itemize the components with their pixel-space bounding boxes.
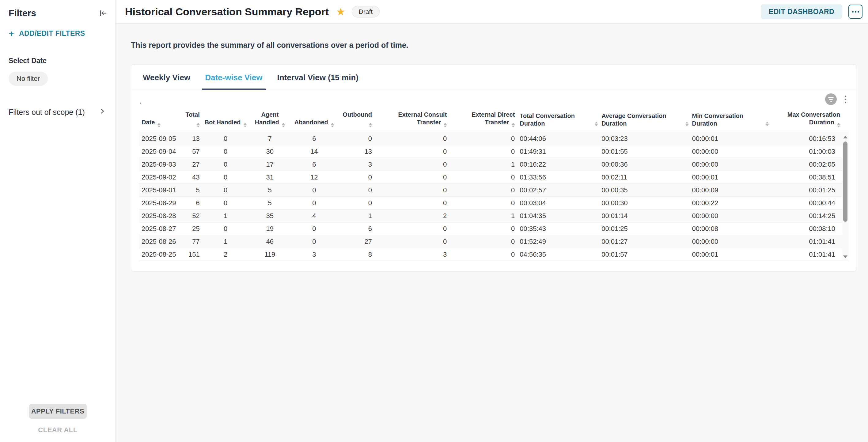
more-options-button[interactable] [848, 5, 863, 19]
column-header-label: External Direct Transfer [471, 111, 515, 126]
table-row: 2025-08-2725019060000:35:4300:01:2500:00… [139, 222, 849, 235]
table-cell: 57 [183, 145, 202, 158]
scrollbar-thumb[interactable] [843, 141, 847, 222]
table-cell: 7 [249, 132, 290, 145]
table-cell: 00:01:57 [599, 248, 689, 261]
column-header-agent-handled[interactable]: Agent Handled [249, 108, 290, 132]
table-cell: 1 [338, 210, 374, 222]
sort-icon[interactable] [157, 123, 160, 127]
sort-icon[interactable] [369, 123, 372, 127]
sort-icon[interactable] [244, 123, 247, 127]
table-cell: 00:01:55 [599, 145, 689, 158]
column-header-date[interactable]: Date [139, 108, 183, 132]
filters-out-of-scope-row[interactable]: Filters out of scope (1) [8, 107, 107, 117]
table-cell: 00:16:22 [517, 158, 599, 171]
table-header-row: DateTotalBot HandledAgent HandledAbandon… [139, 108, 849, 132]
table-cell: 0 [449, 184, 517, 197]
sort-icon[interactable] [331, 123, 334, 127]
table-cell: 00:02:11 [599, 171, 689, 184]
table-menu-kebab-icon[interactable] [843, 94, 847, 104]
sort-icon[interactable] [595, 122, 598, 126]
scroll-up-arrow-icon[interactable] [843, 136, 847, 138]
table-cell: 46 [249, 235, 290, 248]
column-header-external-consult-transfer[interactable]: External Consult Transfer [374, 108, 449, 132]
scroll-down-arrow-icon[interactable] [843, 255, 847, 258]
table-cell: 2025-09-01 [139, 184, 183, 197]
page-title: Historical Conversation Summary Report [125, 6, 329, 18]
table-row: 2025-09-0327017630100:16:2200:00:3600:00… [139, 158, 849, 171]
column-header-abandoned[interactable]: Abandoned [291, 108, 338, 132]
table-cell: 27 [338, 235, 374, 248]
table-cell: 8 [338, 248, 374, 261]
tab-interval-view-15-min[interactable]: Interval View (15 min) [274, 65, 362, 90]
table-cell: 00:00:00 [690, 235, 770, 248]
sort-icon[interactable] [837, 123, 840, 127]
table-cell: 00:00:08 [690, 222, 770, 235]
add-edit-filters-button[interactable]: + ADD/EDIT FILTERS [8, 29, 107, 38]
table-cell: 13 [338, 145, 374, 158]
table-cell: 77 [183, 235, 202, 248]
table-cell: 6 [183, 197, 202, 210]
favorite-star-icon[interactable]: ★ [336, 6, 345, 17]
column-header-total-conversation-duration[interactable]: Total Conversation Duration [517, 108, 599, 132]
column-header-max-conversation-duration[interactable]: Max Conversation Duration [770, 108, 849, 132]
sort-icon[interactable] [444, 123, 447, 127]
table-cell: 2025-09-03 [139, 158, 183, 171]
table-cell: 35 [249, 210, 290, 222]
table-cell: 00:35:43 [517, 222, 599, 235]
table-row: 2025-08-29605000000:03:0400:00:3000:00:2… [139, 197, 849, 210]
clear-all-button[interactable]: CLEAR ALL [38, 426, 77, 434]
table-cell: 0 [202, 171, 249, 184]
column-header-average-conversation-duration[interactable]: Average Conversation Duration [599, 108, 689, 132]
report-card: Weekly ViewDate-wise ViewInterval View (… [131, 64, 857, 272]
edit-dashboard-button[interactable]: EDIT DASHBOARD [761, 4, 842, 19]
table-cell: 3 [374, 248, 449, 261]
sort-icon[interactable] [685, 122, 688, 126]
table-cell: 0 [374, 132, 449, 145]
table-container: DateTotalBot HandledAgent HandledAbandon… [139, 108, 849, 261]
column-header-total[interactable]: Total [183, 108, 202, 132]
column-header-outbound[interactable]: Outbound [338, 108, 374, 132]
table-cell: 00:01:25 [770, 184, 849, 197]
tab-date-wise-view[interactable]: Date-wise View [202, 65, 265, 90]
table-filter-icon[interactable] [825, 93, 837, 105]
sort-icon[interactable] [512, 123, 515, 127]
table-cell: 19 [249, 222, 290, 235]
table-cell: 5 [249, 184, 290, 197]
column-header-min-conversation-duration[interactable]: Min Conversation Duration [690, 108, 770, 132]
table-cell: 00:14:25 [770, 210, 849, 222]
apply-filters-button[interactable]: APPLY FILTERS [29, 404, 87, 419]
table-cell: 00:00:30 [599, 197, 689, 210]
table-cell: 2025-08-26 [139, 235, 183, 248]
table-cell: 01:49:31 [517, 145, 599, 158]
table-row: 2025-08-2852135412101:04:3500:01:1400:00… [139, 210, 849, 222]
table-cell: 0 [449, 248, 517, 261]
collapse-sidebar-icon[interactable] [99, 9, 107, 17]
table-cell: 0 [338, 132, 374, 145]
sort-icon[interactable] [197, 123, 200, 127]
column-header-bot-handled[interactable]: Bot Handled [202, 108, 249, 132]
tab-weekly-view[interactable]: Weekly View [140, 65, 193, 90]
table-cell: 30 [249, 145, 290, 158]
sort-icon[interactable] [282, 123, 285, 127]
table-cell: 0 [202, 222, 249, 235]
table-cell: 2025-09-05 [139, 132, 183, 145]
table-cell: 0 [449, 171, 517, 184]
table-cell: 0 [291, 222, 338, 235]
column-header-label: Max Conversation Duration [787, 111, 840, 126]
sidebar-title: Filters [8, 8, 36, 19]
table-cell: 27 [183, 158, 202, 171]
table-cell: 151 [183, 248, 202, 261]
vertical-scrollbar[interactable] [842, 133, 849, 260]
table-cell: 00:00:01 [690, 171, 770, 184]
table-cell: 0 [449, 222, 517, 235]
sort-icon[interactable] [766, 122, 769, 126]
chevron-right-icon [100, 107, 105, 117]
table-cell: 3 [291, 248, 338, 261]
table-cell: 01:01:41 [770, 235, 849, 248]
column-header-external-direct-transfer[interactable]: External Direct Transfer [449, 108, 517, 132]
table-cell: 00:00:09 [690, 184, 770, 197]
no-filter-chip[interactable]: No filter [8, 72, 48, 86]
column-header-label: External Consult Transfer [398, 111, 447, 126]
table-cell: 01:33:56 [517, 171, 599, 184]
